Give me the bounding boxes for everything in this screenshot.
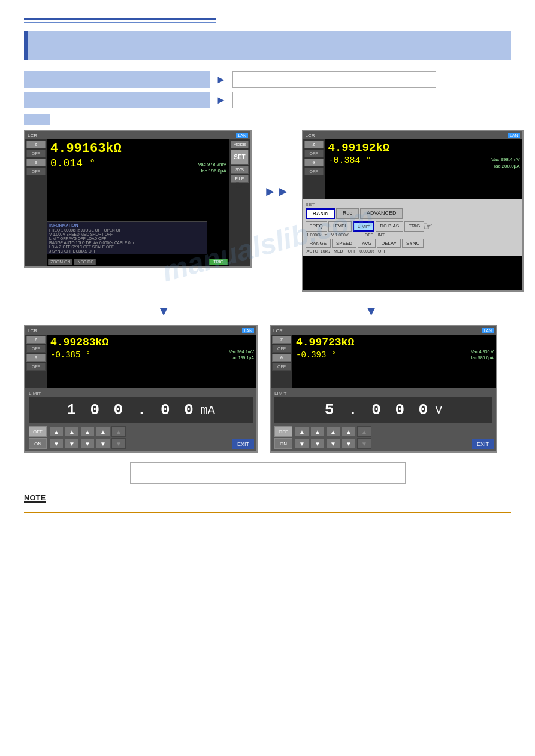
- exit-btn-bl[interactable]: EXIT: [232, 439, 254, 449]
- up1-bl[interactable]: ▲: [49, 426, 64, 437]
- lcr-screen-right-wrapper: LCR LAN Z OFF θ OFF 4.99192kΩ -0.384: [302, 130, 524, 292]
- tab-basic[interactable]: BAsIc: [306, 208, 335, 219]
- lcr-theta-bl: -0.385 °: [50, 350, 253, 360]
- up5-bl: ▲: [111, 426, 126, 437]
- lcr-btn-off-bl2[interactable]: OFF: [26, 363, 46, 371]
- down-arrow-left: ▼: [157, 303, 170, 319]
- level-btn[interactable]: LEVEL: [328, 221, 352, 232]
- set-panel: SET BAsIc Rdc ADVANCED FREQ LEVEL LIMIT …: [303, 199, 522, 256]
- lcr-btn-off2[interactable]: OFF: [26, 168, 46, 175]
- on-btn-br[interactable]: ON: [274, 438, 292, 449]
- lcr-iac-left: Iac 196.0μA: [201, 168, 226, 174]
- set-btn[interactable]: SET: [231, 150, 249, 165]
- up1-br[interactable]: ▲: [295, 426, 309, 437]
- lcr-main-left: Z OFF θ OFF 4.99163kΩ 0.014 ° Vac 978.2m…: [25, 139, 250, 266]
- range-btn[interactable]: RANGE: [306, 239, 331, 248]
- lcr-lan-right: LAN: [508, 133, 520, 138]
- iac-br: Iac 986.6μA: [471, 356, 494, 360]
- lcr-topbar-bl: LCR LAN: [25, 326, 256, 335]
- v-val: V 1.000V: [331, 233, 349, 237]
- lcr-btn-off-br1[interactable]: OFF: [272, 345, 291, 353]
- lcr-z-value-right: 4.99192kΩ: [328, 142, 519, 154]
- limit-btn[interactable]: LIMIT: [353, 221, 374, 232]
- delay-btn[interactable]: DELAY: [377, 239, 401, 248]
- dn4-br[interactable]: ▼: [341, 438, 356, 449]
- limit-controls-bl: OFF ON ▲ ▲ ▲ ▲ ▲: [29, 426, 253, 449]
- off-btn-br[interactable]: OFF: [274, 426, 292, 437]
- down-arrow-right: ▼: [365, 303, 378, 319]
- zoom-on-btn[interactable]: ZOOM ON: [48, 259, 72, 265]
- lcr-btn-theta[interactable]: θ: [26, 159, 46, 166]
- up2-bl[interactable]: ▲: [65, 426, 79, 437]
- lcr-screen-bottom-left: LCR LAN Z OFF θ OFF 4.99283kΩ -0.385 °: [24, 325, 258, 453]
- limit-controls-br: OFF ON ▲ ▲ ▲ ▲ ▲: [274, 426, 492, 449]
- set-label: SET: [306, 202, 520, 207]
- lcr-btn-theta-bl[interactable]: θ: [26, 354, 46, 362]
- lcr-iac-right: Iac 200.0μA: [494, 163, 520, 169]
- lcr-vac-right: Vac 998.4mV: [491, 157, 519, 162]
- arrows-col-bl: ▲ ▲ ▲ ▲ ▲ ▼ ▼ ▼ ▼ ▼: [49, 426, 126, 449]
- sys-btn[interactable]: SYS: [231, 166, 249, 174]
- lcr-btn-z-br[interactable]: Z: [272, 336, 291, 344]
- freq-btn[interactable]: FREQ: [306, 221, 327, 232]
- trig-btn-left[interactable]: TRIG: [209, 259, 228, 265]
- lcr-screen-bottom-left-wrapper: LCR LAN Z OFF θ OFF 4.99283kΩ -0.385 °: [24, 325, 258, 453]
- off-btn-bl[interactable]: OFF: [29, 426, 47, 437]
- tab-rdc[interactable]: Rdc: [336, 208, 359, 219]
- dn4-bl[interactable]: ▼: [96, 438, 110, 449]
- on-btn-bl[interactable]: ON: [29, 438, 47, 449]
- speed-btn[interactable]: SPEED: [332, 239, 356, 248]
- lcr-btn-theta-br[interactable]: θ: [272, 354, 291, 362]
- up4-br[interactable]: ▲: [341, 426, 356, 437]
- lcr-btn-off1-r[interactable]: OFF: [304, 150, 324, 157]
- step-right-2: [232, 92, 436, 108]
- info-dc-btn[interactable]: INFO DC: [74, 259, 96, 265]
- dn2-br[interactable]: ▼: [310, 438, 325, 449]
- dn3-br[interactable]: ▼: [326, 438, 340, 449]
- lcr-screen-bottom-right: LCR LAN Z OFF θ OFF 4.99723kΩ -0.393 °: [270, 325, 497, 453]
- up2-br[interactable]: ▲: [310, 426, 325, 437]
- step-left-1: [24, 71, 210, 88]
- step-right-1: [232, 71, 436, 88]
- step-left-2: [24, 92, 210, 108]
- dn2-bl[interactable]: ▼: [65, 438, 79, 449]
- dn1-br[interactable]: ▼: [295, 438, 309, 449]
- lcr-btn-z[interactable]: Z: [26, 141, 46, 148]
- sync-btn[interactable]: SYNC: [402, 239, 424, 248]
- lcr-screen-bottom-right-wrapper: LCR LAN Z OFF θ OFF 4.99723kΩ -0.393 °: [270, 325, 497, 453]
- lcr-left-btns-bl: Z OFF θ OFF: [25, 335, 47, 388]
- avg-btn[interactable]: AVG: [358, 239, 376, 248]
- lcr-btn-off1[interactable]: OFF: [26, 150, 46, 157]
- lcr-btn-z-r[interactable]: Z: [304, 141, 324, 148]
- dc-bias-btn[interactable]: DC BIAS: [376, 221, 403, 232]
- lcr-right-btns-left: MODE SET SYS FILE: [229, 139, 250, 266]
- set-panel-btn-row1: FREQ LEVEL LIMIT DC BIAS TRIG: [306, 221, 520, 232]
- up3-br[interactable]: ▲: [326, 426, 340, 437]
- mode-btn[interactable]: MODE: [231, 141, 249, 148]
- limit-panel-bl: LIMIT 1 0 0 . 0 0 mA OFF ON: [25, 388, 256, 451]
- top-decorative-lines: [24, 18, 511, 23]
- lcr-btn-off-bl1[interactable]: OFF: [26, 345, 46, 353]
- lcr-btn-z-bl[interactable]: Z: [26, 336, 46, 344]
- lcr-btn-off2-r[interactable]: OFF: [304, 168, 324, 175]
- dn3-bl[interactable]: ▼: [80, 438, 95, 449]
- exit-btn-br[interactable]: EXIT: [472, 439, 494, 449]
- iac-bl: Iac 199.1μA: [231, 356, 254, 360]
- finger-icon-set: ☞: [235, 178, 246, 192]
- off-val: OFF: [365, 233, 373, 237]
- tab-advanced[interactable]: ADVANCED: [360, 208, 403, 219]
- arrows-col-br: ▲ ▲ ▲ ▲ ▲ ▼ ▼ ▼ ▼ ▼: [295, 426, 371, 449]
- lcr-lan-bl: LAN: [242, 328, 254, 333]
- up3-bl[interactable]: ▲: [80, 426, 95, 437]
- lcr-disp-bl: Z OFF θ OFF 4.99283kΩ -0.385 ° Vac 994.2…: [25, 335, 256, 388]
- trig-set-btn[interactable]: TRIG: [404, 221, 424, 232]
- up5-br: ▲: [357, 426, 371, 437]
- dn1-bl[interactable]: ▼: [49, 438, 64, 449]
- lcr-left-btns: Z OFF θ OFF: [25, 139, 47, 266]
- up4-bl[interactable]: ▲: [96, 426, 110, 437]
- limit-value-display-bl: 1 0 0 . 0 0 mA: [29, 397, 253, 423]
- lcr-btn-theta-r[interactable]: θ: [304, 159, 324, 166]
- lcr-label-bl: LCR: [28, 328, 37, 333]
- lcr-btn-off-br2[interactable]: OFF: [272, 363, 291, 371]
- step-arrow-1: ►: [216, 74, 226, 86]
